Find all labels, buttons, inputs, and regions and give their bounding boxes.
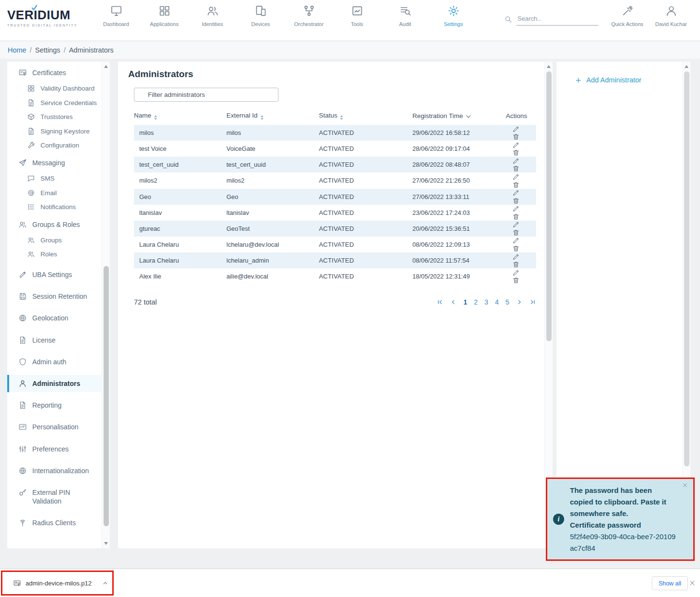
nav-item-tools[interactable]: Tools [333, 4, 381, 27]
edit-icon[interactable] [512, 189, 520, 197]
add-administrator-label: Add Administrator [586, 76, 641, 84]
add-administrator-button[interactable]: Add Administrator [575, 76, 641, 84]
sidebar-item-notifications[interactable]: Notifications [7, 200, 102, 214]
sidebar-item-license[interactable]: License [7, 332, 102, 349]
sidebar-item-radius-clients[interactable]: Radius Clients [7, 514, 102, 531]
page-5-button[interactable]: 5 [505, 298, 509, 306]
delete-icon[interactable] [512, 261, 520, 268]
edit-icon[interactable] [512, 125, 520, 133]
search-icon[interactable] [504, 15, 513, 24]
sidebar-item-session-retention[interactable]: Session Retention [7, 288, 102, 305]
nav-item-devices[interactable]: Devices [237, 4, 285, 27]
previous-page-button[interactable] [450, 299, 457, 305]
sidebar-item-external-pin-validation[interactable]: External PIN Validation [7, 484, 102, 510]
sidebar-item-preferences[interactable]: Preferences [7, 440, 102, 458]
nav-item-identities[interactable]: Identities [188, 4, 237, 27]
sidebar-item-uba-settings[interactable]: UBA Settings [7, 266, 102, 283]
breadcrumb-settings[interactable]: Settings [35, 46, 60, 54]
column-header-name[interactable]: Name [134, 107, 226, 125]
delete-icon[interactable] [512, 197, 520, 205]
scroll-down-arrow[interactable] [104, 542, 108, 545]
sidebar-item-reporting[interactable]: Reporting [7, 397, 102, 414]
chevron-up-icon[interactable] [102, 580, 108, 586]
info-icon: i [553, 514, 564, 525]
edit-icon[interactable] [512, 205, 520, 212]
sidebar-item-truststores[interactable]: Truststores [7, 110, 102, 124]
sidebar-item-validity-dashboard[interactable]: Validity Dashboard [7, 81, 102, 96]
quick-actions-button[interactable]: Quick Actions [603, 4, 651, 27]
sidebar-item-service-credentials[interactable]: Service Credentials [7, 96, 102, 110]
sidebar-scrollbar[interactable] [102, 62, 110, 548]
edit-icon[interactable] [512, 157, 520, 165]
column-header-status[interactable]: Status [319, 107, 412, 125]
delete-icon[interactable] [512, 229, 520, 237]
sidebar-item-admin-auth[interactable]: Admin auth [7, 353, 102, 371]
downloads-close-icon[interactable] [689, 580, 696, 586]
page-2-button[interactable]: 2 [474, 298, 478, 306]
show-all-button[interactable]: Show all [652, 576, 688, 590]
sidebar-item-administrators[interactable]: Administrators [7, 375, 102, 392]
edit-icon[interactable] [512, 141, 520, 149]
sidebar-item-groups[interactable]: Groups [7, 233, 102, 248]
administrators-table: Name External Id Status Registration Tim… [134, 107, 536, 284]
sidebar-item-geolocation[interactable]: Geolocation [7, 309, 102, 327]
page-1-button[interactable]: 1 [463, 298, 467, 306]
delete-icon[interactable] [512, 133, 520, 141]
search-input[interactable] [516, 13, 598, 26]
nav-item-dashboard[interactable]: Dashboard [92, 4, 140, 27]
delete-icon[interactable] [512, 245, 520, 252]
cell-name: gtureac [134, 221, 226, 237]
sidebar-item-groups-roles[interactable]: Groups & Roles [7, 216, 102, 233]
sidebar-scrollbar-thumb[interactable] [104, 266, 109, 526]
sidebar-item-sms[interactable]: SMS [7, 172, 102, 186]
sidebar-item-email[interactable]: Email [7, 186, 102, 200]
scroll-up-arrow[interactable] [104, 65, 108, 68]
breadcrumb-home[interactable]: Home [8, 46, 26, 54]
delete-icon[interactable] [512, 149, 520, 157]
edit-icon[interactable] [512, 269, 520, 277]
user-menu[interactable]: David Kuchar [647, 4, 695, 27]
toast-text: The password has been copied to clipboar… [570, 485, 676, 519]
edit-icon[interactable] [512, 237, 520, 244]
content-scrollbar[interactable] [544, 62, 553, 548]
panel-scrollbar[interactable] [682, 62, 690, 548]
cell-external-id: ailie@dev.local [226, 268, 319, 284]
column-header-actions: Actions [506, 107, 536, 125]
panel-scrollbar-thumb[interactable] [684, 71, 689, 466]
page-4-button[interactable]: 4 [495, 298, 499, 306]
scroll-up-arrow[interactable] [685, 65, 688, 68]
sidebar-item-internationalization[interactable]: Internationalization [7, 462, 102, 479]
sidebar-item-messaging[interactable]: Messaging [7, 154, 102, 172]
column-label: Name [134, 112, 151, 119]
column-header-registration-time[interactable]: Registration Time [412, 107, 506, 125]
delete-icon[interactable] [512, 213, 520, 221]
sidebar-item-signing-keystore[interactable]: Signing Keystore [7, 124, 102, 139]
downloaded-file-item[interactable]: admin-device-milos.p12 [1, 570, 114, 596]
next-page-button[interactable] [516, 299, 523, 305]
edit-icon[interactable] [512, 253, 520, 261]
table-footer: 72 total 1 2 3 4 5 [134, 298, 536, 306]
nav-item-orchestrator[interactable]: Orchestrator [285, 4, 333, 27]
column-header-external-id[interactable]: External Id [226, 107, 319, 125]
toast-close-icon[interactable] [682, 482, 688, 488]
sidebar-item-roles[interactable]: Roles [7, 247, 102, 262]
content-scrollbar-thumb[interactable] [546, 71, 552, 341]
filter-administrators-input[interactable] [134, 88, 278, 102]
veridium-logo[interactable]: VERIDIUM TRUSTED DIGITAL IDENTITY [7, 8, 78, 27]
nav-item-audit[interactable]: Audit [381, 4, 429, 27]
sidebar-item-personalisation[interactable]: Personalisation [7, 418, 102, 436]
nav-item-settings[interactable]: Settings [429, 4, 477, 27]
delete-icon[interactable] [512, 181, 520, 189]
nav-item-applications[interactable]: Applications [140, 4, 188, 27]
scroll-up-arrow[interactable] [547, 65, 551, 68]
delete-icon[interactable] [512, 277, 520, 284]
toast-password-label: Certificate password [570, 519, 676, 531]
first-page-button[interactable] [436, 299, 443, 305]
edit-icon[interactable] [512, 221, 520, 228]
edit-icon[interactable] [512, 173, 520, 181]
sidebar-item-certificates[interactable]: Certificates [7, 64, 102, 81]
page-3-button[interactable]: 3 [485, 298, 489, 306]
last-page-button[interactable] [529, 299, 536, 305]
sidebar-item-configuration[interactable]: Configuration [7, 138, 102, 153]
delete-icon[interactable] [512, 165, 520, 172]
